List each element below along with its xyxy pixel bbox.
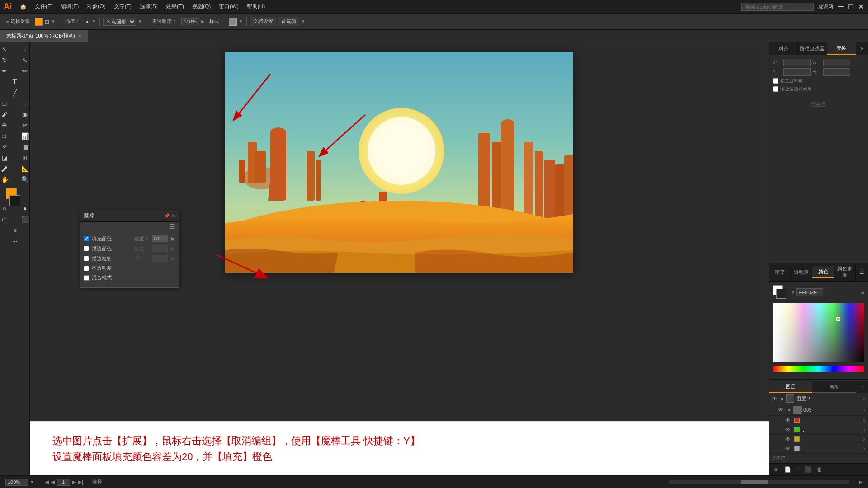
- transform-tab[interactable]: 变换: [827, 42, 856, 55]
- normal-screen[interactable]: ▭: [0, 214, 14, 224]
- scroll-right-button[interactable]: ▶: [859, 479, 863, 485]
- layers-trash-button[interactable]: 🗑: [815, 465, 824, 474]
- blend-mode-checkbox[interactable]: [84, 275, 89, 281]
- fill-color-swatch[interactable]: [35, 18, 43, 26]
- magic-pin-button[interactable]: 📌: [164, 213, 170, 218]
- stroke-width-input[interactable]: [152, 255, 168, 262]
- layer003-lock-icon[interactable]: ○: [862, 407, 865, 413]
- line-tool[interactable]: ╱: [5, 88, 25, 98]
- item2-lock-icon[interactable]: ○: [862, 427, 865, 432]
- magic-close-button[interactable]: ✕: [171, 213, 175, 218]
- prev-page-button[interactable]: ◀: [51, 479, 55, 485]
- layers-tab[interactable]: 图层: [769, 381, 812, 393]
- pathfinder-tab[interactable]: 路径查找器: [798, 43, 827, 54]
- color-ref-tab[interactable]: 颜色参考: [834, 263, 856, 281]
- layer003-row[interactable]: 👁 ▼ 003 ○: [769, 404, 868, 416]
- item1-visibility-icon[interactable]: 👁: [785, 417, 793, 423]
- gradient-tool[interactable]: ◪: [0, 153, 14, 163]
- x-input[interactable]: [783, 59, 811, 66]
- layers-new-layer-button[interactable]: 📄: [783, 465, 793, 474]
- layer003-expand-arrow[interactable]: ▼: [787, 408, 792, 413]
- pen-tool[interactable]: ✒: [0, 66, 14, 76]
- menu-window[interactable]: 窗口(W): [215, 2, 242, 11]
- stroke-icon[interactable]: ◻: [45, 19, 49, 25]
- magic-panel-header[interactable]: 魔棒 📌 ✕: [80, 210, 179, 222]
- item3-lock-icon[interactable]: ○: [862, 436, 865, 442]
- color-options-icon[interactable]: ≡: [861, 289, 864, 296]
- transparency-tab[interactable]: 透明度: [791, 267, 812, 278]
- layer2-row[interactable]: 👁 ▶ 图层 2 ○: [769, 393, 868, 404]
- menu-select[interactable]: 选择(S): [136, 2, 161, 11]
- warp-tool[interactable]: ≋: [0, 131, 14, 141]
- brush-dropdown[interactable]: 3 点圆形: [103, 18, 136, 26]
- layer003-visibility-icon[interactable]: 👁: [778, 407, 785, 413]
- hue-strip[interactable]: [773, 366, 864, 372]
- opacity-checkbox[interactable]: [84, 266, 89, 271]
- doc-settings-button[interactable]: 文档设置: [250, 17, 276, 26]
- layer2-expand-arrow[interactable]: ▶: [781, 396, 784, 401]
- more-tools[interactable]: ···: [5, 236, 25, 246]
- color-tab[interactable]: 颜色: [812, 266, 834, 278]
- layers-flatten-button[interactable]: ⬛: [803, 465, 813, 474]
- fill-tolerance-arrow[interactable]: ▶: [171, 235, 175, 242]
- fill-color-checkbox[interactable]: [84, 236, 89, 241]
- hand-tool[interactable]: ✋: [0, 174, 14, 184]
- constrain-angle-checkbox[interactable]: [773, 78, 778, 84]
- gradient-tab[interactable]: 渐变: [769, 267, 791, 278]
- zoom-input[interactable]: [5, 479, 28, 486]
- document-tab[interactable]: 未标题-1* @ 100% (RGB/预览) ✕: [0, 30, 88, 42]
- stroke-width-checkbox[interactable]: [84, 256, 89, 261]
- fill-tolerance-input[interactable]: [152, 235, 168, 242]
- color-panel-close[interactable]: ☰: [856, 267, 868, 277]
- item4-visibility-icon[interactable]: 👁: [785, 446, 793, 452]
- hex-color-input[interactable]: [796, 288, 823, 296]
- type-tool[interactable]: T: [5, 77, 25, 87]
- layers-options-icon[interactable]: ☰: [856, 384, 868, 390]
- zoom-dropdown-icon[interactable]: ▼: [30, 479, 34, 484]
- layers-toggle-visibility-button[interactable]: 👁: [772, 465, 781, 474]
- y-input[interactable]: [783, 68, 811, 76]
- next-page-button[interactable]: ▶: [72, 479, 76, 485]
- menu-edit[interactable]: 编辑(E): [57, 2, 82, 11]
- menu-home[interactable]: 🏠: [16, 3, 30, 11]
- layer-item-4[interactable]: 👁 ... ○: [769, 444, 868, 454]
- background-color[interactable]: [9, 195, 20, 206]
- symbol-sprayer[interactable]: ⊕: [5, 225, 25, 235]
- canvas-container[interactable]: 魔棒 📌 ✕ ☰ 填充颜色 容差： ▶: [30, 42, 769, 421]
- preferences-button[interactable]: 首选项: [278, 17, 299, 26]
- eyedropper-tool[interactable]: 💉: [0, 164, 14, 174]
- opacity-arrow[interactable]: ▶: [201, 19, 205, 24]
- item1-lock-icon[interactable]: ○: [862, 418, 865, 423]
- layers-move-button[interactable]: ↑: [795, 465, 801, 474]
- interp-down-arrow[interactable]: ▼: [92, 19, 96, 24]
- menu-help[interactable]: 帮助(H): [243, 2, 269, 11]
- layer-item-2[interactable]: 👁 ... ○: [769, 425, 868, 435]
- interp-up-arrow[interactable]: ▲: [85, 19, 90, 25]
- close-button[interactable]: ✕: [858, 2, 864, 12]
- item2-visibility-icon[interactable]: 👁: [785, 427, 793, 433]
- layer2-visibility-icon[interactable]: 👁: [772, 395, 779, 402]
- eraser-tool[interactable]: ⊖: [0, 120, 14, 130]
- menu-effect[interactable]: 效果(E): [162, 2, 188, 11]
- menu-view[interactable]: 视图(Q): [189, 2, 214, 11]
- minimize-button[interactable]: ─: [838, 2, 844, 11]
- style-swatch[interactable]: [229, 18, 237, 26]
- stroke-tolerance-input[interactable]: [152, 245, 168, 252]
- item3-visibility-icon[interactable]: 👁: [785, 436, 793, 442]
- panel-close-button[interactable]: ✕: [856, 44, 868, 54]
- color-picker-gradient[interactable]: [773, 303, 864, 362]
- w-input[interactable]: [823, 59, 850, 66]
- menu-type[interactable]: 文字(T): [110, 2, 135, 11]
- layer-item-1[interactable]: 👁 ... ○: [769, 416, 868, 425]
- search-input[interactable]: [741, 3, 814, 11]
- maximize-button[interactable]: □: [848, 2, 853, 11]
- menu-object[interactable]: 对象(O): [83, 2, 109, 11]
- h-input[interactable]: [823, 68, 850, 76]
- scale-stroke-checkbox[interactable]: [773, 86, 778, 92]
- symbol-tool[interactable]: ⚘: [0, 142, 14, 152]
- layer-item-3[interactable]: 👁 ... ○: [769, 435, 868, 444]
- last-page-button[interactable]: ▶|: [78, 479, 83, 485]
- stroke-color-checkbox[interactable]: [84, 246, 89, 251]
- layer2-lock-icon[interactable]: ○: [862, 396, 865, 401]
- item4-lock-icon[interactable]: ○: [862, 446, 865, 451]
